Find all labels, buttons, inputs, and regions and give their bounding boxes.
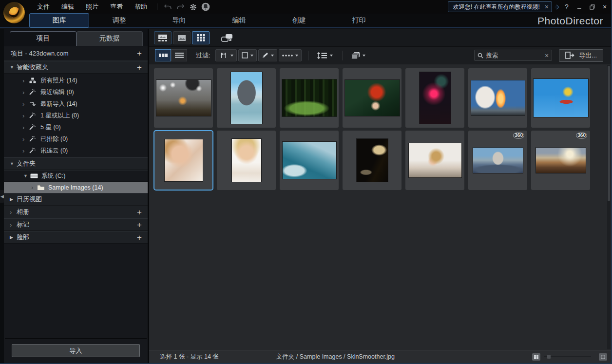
chevron-right-icon: › [10, 209, 17, 215]
tree-item-label: 最近编辑 (0) [40, 88, 74, 96]
add-tag-button[interactable]: + [136, 221, 143, 229]
menu-view[interactable]: 查看 [104, 0, 129, 14]
tab-edit[interactable]: 编辑 [209, 13, 269, 28]
add-project-button[interactable]: + [136, 49, 143, 57]
photo-thumb-pano-360-city[interactable]: 360 [468, 131, 527, 190]
photo-image [357, 139, 388, 182]
photo-thumb-woman-smiling-selected[interactable] [154, 131, 213, 190]
import-button[interactable]: 导入 [12, 344, 140, 357]
chevron-down-icon [230, 55, 233, 57]
tree-item-recently-edited[interactable]: › 最近编辑 (0) [4, 86, 148, 98]
calendar-view-label: 日历视图 [17, 195, 42, 204]
chevron-right-icon: › [22, 101, 29, 107]
photo-image [231, 72, 262, 124]
search-icon [478, 53, 483, 58]
mirror-compare-button[interactable] [219, 31, 235, 44]
menu-photo[interactable]: 照片 [80, 0, 104, 14]
thumbnail-size-small-icon[interactable] [532, 353, 540, 361]
tab-create[interactable]: 创建 [269, 13, 329, 28]
list-view-button[interactable] [171, 49, 187, 61]
tab-guided[interactable]: 导向 [149, 13, 209, 28]
wand-icon [29, 136, 37, 142]
thumbnail-size-slider[interactable] [544, 356, 591, 357]
tab-project[interactable]: 项目 [10, 31, 76, 46]
tree-item-rejected[interactable]: › 已排除 (0) [4, 133, 148, 145]
photo-thumb-neon-sign[interactable] [405, 68, 464, 128]
menu-file[interactable]: 文件 [31, 0, 56, 14]
export-button[interactable]: 导出... [559, 49, 603, 62]
scrollbar-thumb[interactable] [608, 66, 610, 201]
single-view-button[interactable] [173, 31, 191, 44]
menu-edit[interactable]: 编辑 [56, 0, 80, 14]
photo-image [232, 139, 261, 182]
photo-thumb-woman-laughing[interactable] [217, 131, 276, 190]
thumbnail-size-control [532, 353, 607, 361]
divider [308, 51, 308, 60]
tree-item-drive-c[interactable]: ▼ 系统 (C:) [4, 170, 148, 182]
welcome-tooltip-text: 欢迎您! 在此查看所有的教程视频! [453, 3, 540, 11]
tree-item-all-photos[interactable]: › 所有照片 (14) [4, 75, 148, 86]
help-button[interactable]: ? [560, 1, 573, 13]
thumbnail-view-button[interactable] [155, 49, 171, 61]
photo-thumb-red-maple-leaf[interactable] [343, 68, 402, 128]
tags-header[interactable]: › 标记 + [4, 218, 148, 231]
tooltip-close-icon[interactable]: × [545, 3, 549, 10]
search-clear-icon[interactable]: × [545, 52, 549, 59]
tree-item-5-star[interactable]: › 5 星 (0) [4, 121, 148, 133]
edited-filter-button[interactable] [258, 49, 277, 61]
minimize-button[interactable] [573, 1, 586, 13]
rating-filter-button[interactable] [238, 49, 257, 61]
restore-button[interactable] [586, 1, 598, 13]
tab-adjustment[interactable]: 调整 [89, 13, 149, 28]
chevron-down-icon [330, 55, 333, 57]
faces-header[interactable]: ▶ 脸部 + [4, 231, 148, 244]
thumbnail-size-large-icon[interactable] [599, 353, 607, 361]
calendar-view-header[interactable]: ▶ 日历视图 [4, 193, 148, 206]
add-face-button[interactable]: + [136, 233, 143, 242]
tab-metadata[interactable]: 元数据 [76, 31, 143, 46]
photo-image [345, 80, 400, 116]
vertical-scrollbar[interactable] [607, 65, 611, 349]
photo-thumb-skateboarder[interactable] [531, 68, 590, 128]
tab-library[interactable]: 图库 [29, 13, 89, 28]
search-input[interactable] [486, 52, 545, 59]
selection-count: 选择 1 张 - 显示 14 张 [160, 353, 219, 361]
photo-thumb-pano-360-sunset[interactable]: 360 [531, 131, 590, 190]
undo-icon[interactable] [161, 1, 174, 12]
slider-handle[interactable] [547, 355, 551, 359]
browse-view-button[interactable] [154, 31, 172, 44]
color-label-filter-button[interactable] [279, 49, 302, 61]
notifications-bell-icon[interactable] [199, 1, 212, 12]
photo-thumb-island-boat[interactable] [217, 68, 276, 128]
tree-item-cyberlink-cloud[interactable]: › 讯连云 (0) [4, 145, 148, 156]
tree-item-latest-imports[interactable]: › 最新导入 (14) [4, 98, 148, 110]
photo-image [473, 148, 523, 173]
albums-header[interactable]: › 相册 + [4, 206, 148, 218]
close-button[interactable]: × [598, 1, 611, 13]
add-album-button[interactable]: + [136, 208, 143, 216]
photo-thumb-woman-reclining[interactable] [405, 131, 464, 190]
tree-item-label: 5 星 (0) [40, 123, 61, 132]
tags-label: 标记 [17, 220, 29, 229]
photo-thumb-forest-light[interactable] [280, 68, 339, 128]
photo-thumb-basketball-dunk[interactable] [154, 68, 213, 128]
photo-thumb-ocean-wave[interactable] [280, 131, 339, 190]
tab-print[interactable]: 打印 [329, 13, 389, 28]
photo-thumb-rocket-launch[interactable] [468, 68, 527, 128]
menu-help[interactable]: 帮助 [129, 0, 153, 14]
photo-thumb-dark-window[interactable] [343, 131, 402, 190]
grid-view-button[interactable] [192, 31, 210, 44]
redo-icon[interactable] [174, 1, 187, 12]
sort-button[interactable] [313, 49, 336, 61]
folders-header[interactable]: ▼ 文件夹 [4, 157, 148, 170]
tree-item-sample-images-selected[interactable]: › Sample Images (14) [4, 182, 148, 193]
folder-label: Sample Images (14) [48, 184, 103, 191]
library-sidebar: 项目 元数据 项目 - 423down.com + ▼ 智能收藏夹 + › 所有… [4, 29, 149, 363]
tree-item-label: 所有照片 (14) [40, 77, 77, 85]
tree-item-1-star-up[interactable]: › 1 星或以上 (0) [4, 110, 148, 121]
stack-photos-button[interactable] [348, 49, 369, 61]
settings-gear-icon[interactable] [187, 1, 199, 12]
flag-filter-button[interactable] [215, 49, 237, 61]
smart-collection-header[interactable]: ▼ 智能收藏夹 + [4, 61, 148, 74]
add-smart-collection-button[interactable]: + [136, 63, 143, 72]
